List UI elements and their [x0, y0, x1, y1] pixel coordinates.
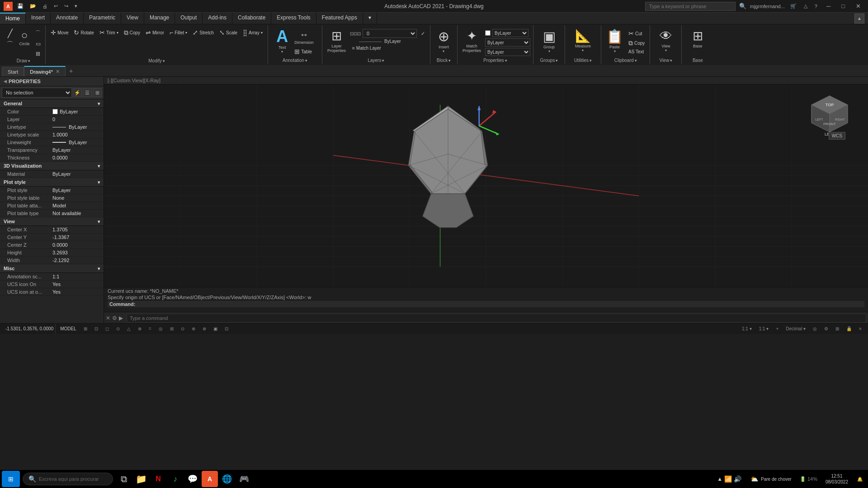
taskbar-explorer[interactable]: 📁 [133, 471, 149, 487]
clipboard-label[interactable]: Clipboard ▾ [604, 58, 647, 63]
base-button[interactable]: ⊞ Base [689, 27, 706, 50]
tab-collaborate[interactable]: Collaborate [232, 13, 271, 24]
properties-label[interactable]: Properties ▾ [460, 58, 530, 63]
annotation-expand[interactable]: ▾ [305, 58, 307, 63]
transparency-btn[interactable]: ◎ [156, 324, 165, 334]
taskbar-chrome[interactable]: 🌐 [219, 471, 235, 487]
otrack-btn[interactable]: ⊕ [135, 324, 144, 334]
mirror-button[interactable]: ⇌Mirror [143, 28, 166, 37]
quick-access-save[interactable]: 💾 [15, 2, 25, 10]
qprops-btn[interactable]: ▣ [211, 324, 220, 334]
ws-settings-btn[interactable]: ⚙ [821, 326, 831, 331]
isolate-btn[interactable]: ◎ [810, 326, 820, 331]
layout-btn[interactable]: ⊞ [833, 326, 842, 331]
taskbar-whatsapp[interactable]: 💬 [184, 471, 201, 487]
clock[interactable]: 12:51 08/03/2022 [823, 473, 851, 485]
lineweight-select[interactable]: ByLayer [485, 48, 530, 56]
block-label[interactable]: Block ▾ [433, 58, 454, 63]
match-layer-button[interactable]: ≡ Match Layer [350, 45, 427, 52]
3d-osnap-btn[interactable]: ⊙ [178, 324, 187, 334]
anno-monitor-btn[interactable]: ⊡ [222, 324, 231, 334]
dimension-button[interactable]: ↔ Dimension [292, 28, 316, 46]
taskbar-search[interactable]: 🔍 Escreva aqui para procurar [23, 473, 113, 485]
cut-clipboard-button[interactable]: ✂Cut [626, 29, 647, 38]
window-maximize[interactable]: □ [838, 2, 849, 10]
clipboard-expand[interactable]: ▾ [635, 58, 637, 63]
groups-label[interactable]: Groups ▾ [536, 58, 562, 63]
battery-area[interactable]: 🔋 14% [800, 476, 817, 482]
tab-drawing4-close[interactable]: ✕ [56, 69, 60, 75]
view-label[interactable]: View ▾ [653, 58, 679, 63]
custom-btn[interactable]: ≡ [856, 326, 864, 331]
polyline-button[interactable]: ⌒ [5, 40, 15, 50]
linetype-select[interactable]: ByLayer [485, 38, 530, 47]
modify-label[interactable]: Modify ▾ [48, 58, 265, 63]
section-3d-viz[interactable]: 3D Visualization ▾ [0, 162, 104, 170]
text-button[interactable]: A Text ▾ [274, 27, 290, 55]
tab-addins[interactable]: Add-ins [203, 13, 232, 24]
view-button[interactable]: 👁 View ▾ [657, 27, 675, 54]
start-button[interactable]: ⊞ [2, 471, 20, 487]
task-view-btn[interactable]: ⧉ [116, 471, 132, 487]
measure-button[interactable]: 📐 Measure ▾ [573, 27, 593, 54]
rect-button[interactable]: ▭ [34, 39, 42, 48]
osnap-btn[interactable]: △ [124, 324, 133, 334]
tab-drawing4[interactable]: Drawing4* ✕ [24, 66, 66, 76]
minimize-ribbon-btn[interactable]: ▲ [854, 14, 864, 23]
tray-network[interactable]: 📶 [724, 475, 732, 483]
tab-annotate[interactable]: Annotate [51, 13, 84, 24]
command-input-field[interactable] [127, 314, 866, 323]
move-button[interactable]: ✛Move [48, 28, 71, 37]
grid-btn[interactable]: ⊞ [81, 324, 90, 334]
ws-scale-btn[interactable]: 1:1 ▾ [756, 326, 772, 331]
store-icon[interactable]: 🛒 [788, 2, 798, 10]
taskbar-game[interactable]: 🎮 [236, 471, 252, 487]
view-expand[interactable]: ▾ [670, 58, 672, 63]
tray-volume[interactable]: 🔊 [734, 475, 741, 483]
array-button[interactable]: ⣿Array▾ [241, 28, 265, 37]
tab-manage[interactable]: Manage [144, 13, 175, 24]
select-button[interactable]: ☰ [83, 88, 92, 97]
fillet-button[interactable]: ⌐Fillet▾ [167, 28, 189, 37]
line-button[interactable]: ╱ [6, 28, 14, 39]
notification-btn[interactable]: 🔔 [854, 473, 866, 485]
table-button[interactable]: ⊞Table [292, 47, 316, 56]
tab-home[interactable]: Home [0, 13, 26, 24]
tab-add-button[interactable]: + [66, 66, 76, 76]
make-current-button[interactable]: ✓ [419, 30, 427, 38]
copy-withbase-button[interactable]: AS Text [626, 48, 647, 55]
taskbar-autocad[interactable]: A [202, 471, 218, 487]
quick-select-button[interactable]: ⚡ [73, 88, 82, 97]
viewcube[interactable]: TOP RIGHT LEFT FRONT LEFT [809, 94, 850, 134]
arc-button[interactable]: ⌒ [33, 28, 42, 38]
dynamic-input-btn[interactable]: ⊗ [200, 324, 209, 334]
model-btn[interactable]: MODEL [57, 324, 79, 334]
color-select[interactable]: ByLayer [492, 29, 528, 37]
group-button[interactable]: ▣ Group ▾ [541, 27, 558, 55]
layer-properties-button[interactable]: ⊞ LayerProperties [325, 27, 348, 54]
taskbar-spotify[interactable]: ♪ [167, 471, 184, 487]
stretch-button[interactable]: ⤢Stretch [190, 28, 216, 37]
title-search[interactable] [645, 2, 736, 11]
block-expand[interactable]: ▾ [448, 58, 451, 63]
tab-express[interactable]: Express Tools [271, 13, 316, 24]
taskbar-netflix[interactable]: N [150, 471, 166, 487]
hatch-button[interactable]: ⊞ [34, 49, 42, 58]
layer-select[interactable]: 0 [363, 29, 417, 38]
copy-button[interactable]: ⧉Copy [122, 28, 142, 38]
quick-access-print[interactable]: 🖨 [41, 3, 49, 10]
tab-parametric[interactable]: Parametric [84, 13, 121, 24]
window-minimize[interactable]: ─ [823, 2, 834, 10]
utilities-expand[interactable]: ▾ [590, 58, 592, 63]
quick-access-redo[interactable]: ↪ [62, 2, 70, 10]
rotate-button[interactable]: ↻Rotate [71, 28, 96, 37]
tab-output[interactable]: Output [175, 13, 203, 24]
tab-insert[interactable]: Insert [26, 13, 51, 24]
snap-btn[interactable]: ⊡ [92, 324, 101, 334]
quick-access-undo[interactable]: ↩ [52, 2, 60, 10]
trim-button[interactable]: ✂Trim▾ [97, 28, 121, 37]
section-misc[interactable]: Misc ▾ [0, 264, 104, 273]
quick-access-more[interactable]: ▾ [73, 2, 79, 10]
tab-overflow[interactable]: ▾ [363, 13, 377, 24]
tab-start[interactable]: Start [2, 67, 24, 76]
